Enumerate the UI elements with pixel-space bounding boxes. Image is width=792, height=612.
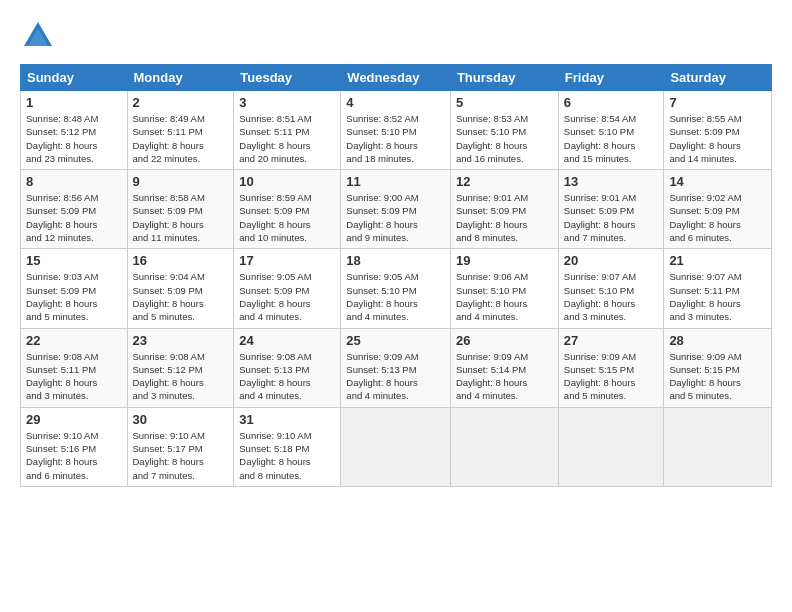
day-number: 25 [346,333,445,348]
day-info: Sunrise: 9:05 AM Sunset: 5:09 PM Dayligh… [239,270,335,323]
calendar-cell: 18Sunrise: 9:05 AM Sunset: 5:10 PM Dayli… [341,249,451,328]
calendar-cell: 19Sunrise: 9:06 AM Sunset: 5:10 PM Dayli… [450,249,558,328]
calendar-week-row: 22Sunrise: 9:08 AM Sunset: 5:11 PM Dayli… [21,328,772,407]
calendar-cell: 4Sunrise: 8:52 AM Sunset: 5:10 PM Daylig… [341,91,451,170]
calendar-week-row: 29Sunrise: 9:10 AM Sunset: 5:16 PM Dayli… [21,407,772,486]
day-info: Sunrise: 9:00 AM Sunset: 5:09 PM Dayligh… [346,191,445,244]
calendar-cell: 17Sunrise: 9:05 AM Sunset: 5:09 PM Dayli… [234,249,341,328]
calendar-cell: 12Sunrise: 9:01 AM Sunset: 5:09 PM Dayli… [450,170,558,249]
day-info: Sunrise: 9:07 AM Sunset: 5:11 PM Dayligh… [669,270,766,323]
calendar-cell: 25Sunrise: 9:09 AM Sunset: 5:13 PM Dayli… [341,328,451,407]
calendar-cell [664,407,772,486]
logo-icon [20,18,56,54]
calendar-cell: 13Sunrise: 9:01 AM Sunset: 5:09 PM Dayli… [558,170,664,249]
day-info: Sunrise: 9:05 AM Sunset: 5:10 PM Dayligh… [346,270,445,323]
day-info: Sunrise: 9:06 AM Sunset: 5:10 PM Dayligh… [456,270,553,323]
day-info: Sunrise: 8:51 AM Sunset: 5:11 PM Dayligh… [239,112,335,165]
day-info: Sunrise: 9:08 AM Sunset: 5:12 PM Dayligh… [133,350,229,403]
calendar-cell: 2Sunrise: 8:49 AM Sunset: 5:11 PM Daylig… [127,91,234,170]
day-number: 18 [346,253,445,268]
day-info: Sunrise: 8:56 AM Sunset: 5:09 PM Dayligh… [26,191,122,244]
day-number: 13 [564,174,659,189]
day-info: Sunrise: 9:04 AM Sunset: 5:09 PM Dayligh… [133,270,229,323]
calendar-cell: 14Sunrise: 9:02 AM Sunset: 5:09 PM Dayli… [664,170,772,249]
day-info: Sunrise: 8:54 AM Sunset: 5:10 PM Dayligh… [564,112,659,165]
calendar-cell [341,407,451,486]
day-number: 27 [564,333,659,348]
day-info: Sunrise: 9:09 AM Sunset: 5:15 PM Dayligh… [564,350,659,403]
calendar-cell: 28Sunrise: 9:09 AM Sunset: 5:15 PM Dayli… [664,328,772,407]
day-info: Sunrise: 8:53 AM Sunset: 5:10 PM Dayligh… [456,112,553,165]
calendar-header-thursday: Thursday [450,65,558,91]
calendar-header-friday: Friday [558,65,664,91]
calendar-cell: 31Sunrise: 9:10 AM Sunset: 5:18 PM Dayli… [234,407,341,486]
calendar-cell: 5Sunrise: 8:53 AM Sunset: 5:10 PM Daylig… [450,91,558,170]
day-number: 17 [239,253,335,268]
day-number: 8 [26,174,122,189]
day-number: 10 [239,174,335,189]
day-info: Sunrise: 9:09 AM Sunset: 5:14 PM Dayligh… [456,350,553,403]
day-number: 26 [456,333,553,348]
calendar-header-sunday: Sunday [21,65,128,91]
calendar-header-tuesday: Tuesday [234,65,341,91]
day-number: 11 [346,174,445,189]
calendar-cell: 6Sunrise: 8:54 AM Sunset: 5:10 PM Daylig… [558,91,664,170]
day-info: Sunrise: 8:55 AM Sunset: 5:09 PM Dayligh… [669,112,766,165]
calendar-cell [450,407,558,486]
day-info: Sunrise: 9:08 AM Sunset: 5:13 PM Dayligh… [239,350,335,403]
calendar-cell: 23Sunrise: 9:08 AM Sunset: 5:12 PM Dayli… [127,328,234,407]
calendar-cell: 16Sunrise: 9:04 AM Sunset: 5:09 PM Dayli… [127,249,234,328]
day-number: 9 [133,174,229,189]
day-number: 4 [346,95,445,110]
day-number: 24 [239,333,335,348]
header [20,18,772,54]
day-number: 29 [26,412,122,427]
day-number: 7 [669,95,766,110]
calendar-cell: 9Sunrise: 8:58 AM Sunset: 5:09 PM Daylig… [127,170,234,249]
day-number: 31 [239,412,335,427]
calendar-header-wednesday: Wednesday [341,65,451,91]
day-info: Sunrise: 9:09 AM Sunset: 5:15 PM Dayligh… [669,350,766,403]
calendar-cell: 8Sunrise: 8:56 AM Sunset: 5:09 PM Daylig… [21,170,128,249]
day-number: 3 [239,95,335,110]
calendar-cell: 24Sunrise: 9:08 AM Sunset: 5:13 PM Dayli… [234,328,341,407]
day-info: Sunrise: 8:58 AM Sunset: 5:09 PM Dayligh… [133,191,229,244]
day-info: Sunrise: 9:08 AM Sunset: 5:11 PM Dayligh… [26,350,122,403]
calendar-cell: 3Sunrise: 8:51 AM Sunset: 5:11 PM Daylig… [234,91,341,170]
day-info: Sunrise: 9:10 AM Sunset: 5:18 PM Dayligh… [239,429,335,482]
calendar-cell: 26Sunrise: 9:09 AM Sunset: 5:14 PM Dayli… [450,328,558,407]
day-info: Sunrise: 8:48 AM Sunset: 5:12 PM Dayligh… [26,112,122,165]
logo [20,18,62,54]
day-info: Sunrise: 8:59 AM Sunset: 5:09 PM Dayligh… [239,191,335,244]
calendar-cell: 30Sunrise: 9:10 AM Sunset: 5:17 PM Dayli… [127,407,234,486]
calendar-cell: 10Sunrise: 8:59 AM Sunset: 5:09 PM Dayli… [234,170,341,249]
day-number: 23 [133,333,229,348]
day-number: 20 [564,253,659,268]
calendar-cell: 20Sunrise: 9:07 AM Sunset: 5:10 PM Dayli… [558,249,664,328]
calendar-cell: 7Sunrise: 8:55 AM Sunset: 5:09 PM Daylig… [664,91,772,170]
calendar-week-row: 1Sunrise: 8:48 AM Sunset: 5:12 PM Daylig… [21,91,772,170]
day-info: Sunrise: 9:01 AM Sunset: 5:09 PM Dayligh… [564,191,659,244]
day-info: Sunrise: 8:52 AM Sunset: 5:10 PM Dayligh… [346,112,445,165]
day-number: 30 [133,412,229,427]
day-number: 21 [669,253,766,268]
day-info: Sunrise: 9:10 AM Sunset: 5:17 PM Dayligh… [133,429,229,482]
day-info: Sunrise: 9:02 AM Sunset: 5:09 PM Dayligh… [669,191,766,244]
calendar-cell [558,407,664,486]
calendar-week-row: 15Sunrise: 9:03 AM Sunset: 5:09 PM Dayli… [21,249,772,328]
day-number: 19 [456,253,553,268]
day-number: 2 [133,95,229,110]
day-info: Sunrise: 9:07 AM Sunset: 5:10 PM Dayligh… [564,270,659,323]
calendar-week-row: 8Sunrise: 8:56 AM Sunset: 5:09 PM Daylig… [21,170,772,249]
day-info: Sunrise: 9:09 AM Sunset: 5:13 PM Dayligh… [346,350,445,403]
day-number: 12 [456,174,553,189]
day-number: 14 [669,174,766,189]
day-number: 15 [26,253,122,268]
day-info: Sunrise: 9:01 AM Sunset: 5:09 PM Dayligh… [456,191,553,244]
calendar-header-monday: Monday [127,65,234,91]
page-container: SundayMondayTuesdayWednesdayThursdayFrid… [0,0,792,497]
day-number: 16 [133,253,229,268]
day-number: 6 [564,95,659,110]
day-info: Sunrise: 9:03 AM Sunset: 5:09 PM Dayligh… [26,270,122,323]
calendar-cell: 22Sunrise: 9:08 AM Sunset: 5:11 PM Dayli… [21,328,128,407]
